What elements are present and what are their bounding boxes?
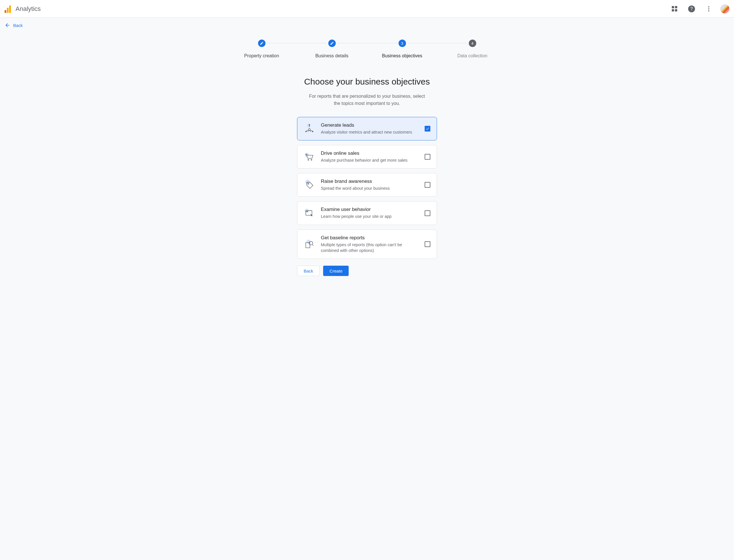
footer-buttons: Back Create: [297, 266, 437, 276]
step-circle-active: 3: [399, 40, 406, 47]
svg-line-15: [312, 244, 314, 246]
pencil-icon: [330, 41, 334, 45]
create-button[interactable]: Create: [323, 266, 348, 276]
product-name: Analytics: [15, 5, 41, 13]
step-label: Business objectives: [382, 53, 422, 58]
page-subtitle: For reports that are personalized to you…: [305, 93, 429, 107]
option-desc: Learn how people use your site or app: [321, 214, 419, 219]
back-link[interactable]: Back: [3, 21, 24, 29]
leads-icon: [303, 123, 315, 134]
back-link-label: Back: [13, 23, 23, 28]
option-drive-online-sales[interactable]: Drive online sales Analyze purchase beha…: [297, 145, 437, 169]
step-circle-done: [328, 40, 336, 47]
step-business-objectives[interactable]: 3 Business objectives: [367, 40, 437, 58]
checkbox[interactable]: [425, 154, 431, 160]
screen-icon: [303, 207, 315, 219]
step-label: Business details: [315, 53, 348, 58]
option-desc: Spread the word about your business: [321, 185, 419, 191]
svg-point-9: [308, 183, 309, 185]
svg-line-2: [306, 130, 308, 131]
option-title: Generate leads: [321, 122, 419, 128]
svg-point-5: [306, 131, 306, 132]
tag-icon: [303, 179, 315, 191]
step-business-details[interactable]: Business details: [297, 40, 367, 58]
checkbox[interactable]: [425, 182, 431, 188]
svg-line-3: [311, 130, 312, 131]
apps-icon[interactable]: [669, 3, 680, 15]
objective-options: Generate leads Analyze visitor metrics a…: [297, 117, 437, 259]
header-left: Analytics: [5, 5, 41, 13]
option-desc: Analyze visitor metrics and attract new …: [321, 129, 419, 135]
back-bar: Back: [0, 18, 734, 32]
svg-point-4: [309, 124, 310, 125]
option-get-baseline-reports[interactable]: Get baseline reports Multiple types of r…: [297, 230, 437, 259]
option-examine-user-behavior[interactable]: Examine user behavior Learn how people u…: [297, 201, 437, 225]
reports-icon: [303, 238, 315, 250]
option-title: Examine user behavior: [321, 207, 419, 212]
app-header: Analytics ?: [0, 0, 734, 18]
avatar[interactable]: [720, 4, 729, 13]
pencil-icon: [260, 41, 264, 45]
arrow-back-icon: [5, 22, 10, 28]
stepper: Property creation Business details 3 Bus…: [209, 35, 525, 67]
svg-point-8: [311, 159, 312, 160]
option-desc: Multiple types of reports (this option c…: [321, 242, 419, 254]
analytics-logo-icon: [5, 5, 11, 13]
svg-point-6: [312, 131, 313, 132]
cart-icon: [303, 151, 315, 162]
step-circle-pending: 4: [469, 40, 476, 47]
more-vert-icon[interactable]: [703, 3, 715, 15]
step-circle-done: [258, 40, 265, 47]
svg-point-14: [309, 241, 313, 245]
check-icon: [426, 127, 430, 131]
content-area: Property creation Business details 3 Bus…: [0, 32, 734, 560]
header-right: ?: [669, 3, 729, 15]
help-icon[interactable]: ?: [686, 3, 697, 15]
checkbox[interactable]: [425, 210, 431, 216]
svg-point-7: [308, 159, 309, 160]
option-title: Get baseline reports: [321, 235, 419, 241]
option-generate-leads[interactable]: Generate leads Analyze visitor metrics a…: [297, 117, 437, 140]
back-button[interactable]: Back: [297, 266, 320, 276]
step-property-creation[interactable]: Property creation: [226, 40, 297, 58]
checkbox[interactable]: [425, 241, 431, 247]
step-data-collection: 4 Data collection: [437, 40, 508, 58]
checkbox[interactable]: [425, 126, 431, 132]
option-desc: Analyze purchase behavior and get more s…: [321, 157, 419, 163]
option-title: Drive online sales: [321, 150, 419, 156]
step-label: Data collection: [457, 53, 488, 58]
step-label: Property creation: [244, 53, 279, 58]
option-raise-brand-awareness[interactable]: Raise brand awareness Spread the word ab…: [297, 173, 437, 197]
page-title: Choose your business objectives: [209, 77, 525, 87]
option-title: Raise brand awareness: [321, 179, 419, 184]
